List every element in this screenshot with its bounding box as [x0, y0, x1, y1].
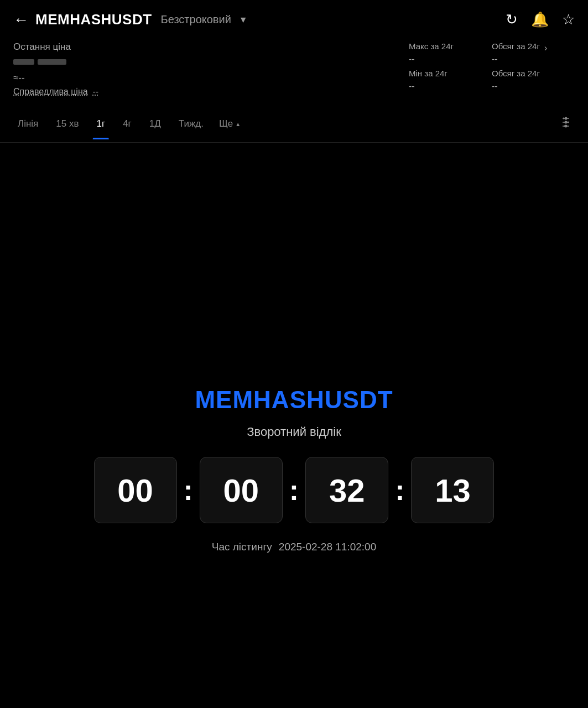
- tab-1h[interactable]: 1г: [87, 108, 114, 139]
- max-24h-label: Макс за 24г: [409, 41, 492, 51]
- countdown-label: Зворотний відлік: [247, 425, 341, 439]
- countdown-seconds-box: 32: [305, 457, 388, 523]
- tab-bar: Лінія 15 хв 1г 4г 1Д Тижд. Ще ▲: [0, 106, 588, 143]
- star-icon[interactable]: ☆: [562, 11, 575, 28]
- tab-week[interactable]: Тижд.: [170, 108, 212, 139]
- min-24h-label: Мін за 24г: [409, 69, 492, 78]
- countdown-hours-box: 00: [94, 457, 177, 523]
- back-button[interactable]: ←: [13, 12, 29, 28]
- countdown-timer: 00 : 00 : 32 : 13: [94, 457, 495, 523]
- countdown-centiseconds-box: 13: [411, 457, 494, 523]
- price-stats-top: Макс за 24г -- Обсяг за 24г › --: [409, 41, 575, 64]
- chart-area[interactable]: [0, 143, 588, 353]
- min-24h-value: --: [409, 81, 492, 91]
- fair-price-label: Справедлива ціна: [13, 87, 88, 96]
- listing-time-row: Час лістингу 2025-02-28 11:02:00: [212, 541, 377, 553]
- vol-24h-bottom-value: --: [492, 81, 575, 91]
- vol-24h-bottom-col: Обсяг за 24г --: [492, 69, 575, 91]
- price-bar-1: [13, 59, 34, 65]
- contract-type-badge: Безстроковий: [161, 13, 231, 26]
- price-left: Остання ціна ≈-- Справедлива ціна --: [13, 41, 387, 97]
- countdown-sep-1: :: [184, 473, 193, 507]
- tab-more-label: Ще: [219, 118, 233, 129]
- countdown-minutes: 00: [223, 472, 259, 509]
- bell-icon[interactable]: 🔔: [531, 11, 549, 28]
- fair-price-value: --: [93, 87, 99, 96]
- min-24h-col: Мін за 24г --: [409, 69, 492, 91]
- countdown-sep-2: :: [289, 473, 299, 507]
- max-24h-col: Макс за 24г --: [409, 41, 492, 64]
- countdown-title: MEMHASHUSDT: [195, 386, 393, 414]
- price-placeholder: [13, 59, 387, 65]
- dropdown-icon[interactable]: ▼: [239, 15, 248, 25]
- last-price-label: Остання ціна: [13, 41, 387, 53]
- max-24h-value: --: [409, 54, 492, 64]
- vol-24h-top-label: Обсяг за 24г: [492, 41, 540, 51]
- price-stats-bottom: Мін за 24г -- Обсяг за 24г --: [409, 69, 575, 91]
- tab-15m[interactable]: 15 хв: [47, 108, 87, 139]
- header-icons: ↻ 🔔 ☆: [506, 11, 575, 28]
- fair-price-row: Справедлива ціна --: [13, 87, 387, 97]
- tab-settings-icon[interactable]: [553, 106, 579, 142]
- vol-24h-bottom-label: Обсяг за 24г: [492, 69, 575, 78]
- vol-24h-top-col: Обсяг за 24г › --: [492, 41, 575, 64]
- countdown-seconds: 32: [329, 472, 365, 509]
- tab-4h[interactable]: 4г: [114, 108, 141, 139]
- chevron-right-icon[interactable]: ›: [544, 43, 547, 53]
- tab-more-triangle-icon: ▲: [235, 121, 241, 127]
- tab-1d[interactable]: 1Д: [141, 108, 170, 139]
- countdown-hours: 00: [117, 472, 153, 509]
- vol-24h-top-value: --: [492, 54, 575, 64]
- price-right: Макс за 24г -- Обсяг за 24г › -- Мін за …: [409, 41, 575, 97]
- price-section: Остання ціна ≈-- Справедлива ціна -- Мак…: [0, 37, 588, 106]
- header: ← MEMHASHUSDT Безстроковий ▼ ↻ 🔔 ☆: [0, 0, 588, 37]
- countdown-minutes-box: 00: [200, 457, 283, 523]
- listing-time-label: Час лістингу: [212, 541, 272, 553]
- tab-more[interactable]: Ще ▲: [212, 108, 247, 139]
- refresh-icon[interactable]: ↻: [506, 11, 518, 28]
- countdown-centiseconds: 13: [435, 472, 471, 509]
- countdown-section: MEMHASHUSDT Зворотний відлік 00 : 00 : 3…: [0, 353, 588, 575]
- tab-line[interactable]: Лінія: [9, 108, 47, 139]
- page-title: MEMHASHUSDT: [35, 11, 152, 28]
- listing-time-value: 2025-02-28 11:02:00: [279, 541, 376, 553]
- approx-value: ≈--: [13, 72, 387, 84]
- price-bar-2: [38, 59, 66, 65]
- countdown-sep-3: :: [395, 473, 404, 507]
